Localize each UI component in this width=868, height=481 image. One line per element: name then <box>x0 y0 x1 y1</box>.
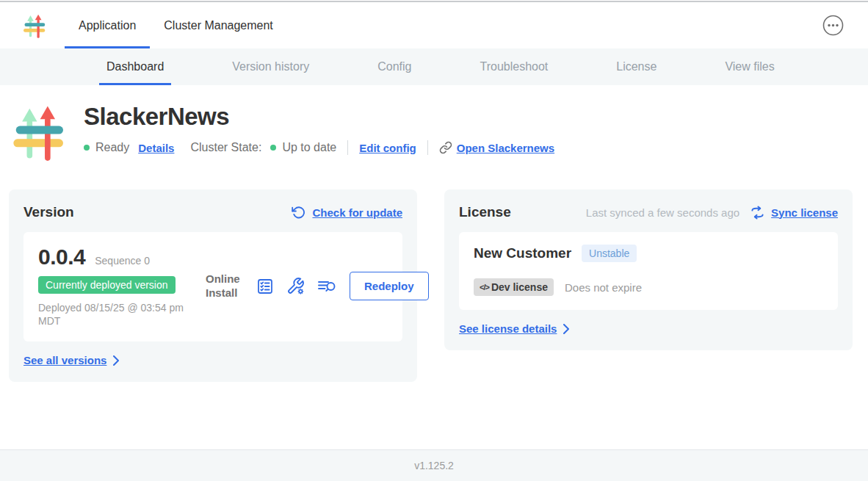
redeploy-button[interactable]: Redeploy <box>350 272 429 300</box>
ellipsis-circle-icon <box>822 15 844 36</box>
edit-config-button[interactable] <box>286 277 305 295</box>
app-status-text: Ready <box>95 141 129 154</box>
open-app-link[interactable]: Open Slackernews <box>439 141 554 154</box>
version-number: 0.0.4 <box>38 245 85 270</box>
open-app-link-label: Open Slackernews <box>457 142 554 154</box>
license-type-row: </> Dev license Does not expire <box>474 278 823 296</box>
subnav-license[interactable]: License <box>609 48 664 85</box>
license-card-title: License <box>459 204 511 220</box>
license-expiration: Does not expire <box>565 281 642 294</box>
admin-console-page: Application Cluster Management Dashboard… <box>0 0 868 481</box>
refresh-icon <box>292 206 305 220</box>
subnav-dashboard[interactable]: Dashboard <box>99 48 171 85</box>
current-version-panel: 0.0.4 Sequence 0 Currently deployed vers… <box>23 232 402 341</box>
install-type-label: Online Install <box>206 272 244 300</box>
subnav-config-label: Config <box>377 60 411 73</box>
see-all-versions-link[interactable]: See all versions <box>23 354 119 366</box>
view-logs-button[interactable] <box>317 278 337 294</box>
edit-config-link[interactable]: Edit config <box>359 142 416 154</box>
cluster-state-dot <box>270 145 276 151</box>
license-card-actions: Last synced a few seconds ago Syn <box>586 206 838 220</box>
version-card-title: Version <box>23 204 74 220</box>
preflight-checks-button[interactable] <box>256 278 274 295</box>
version-card-header: Version Check for update <box>23 204 402 220</box>
sync-license-label: Sync license <box>771 206 838 219</box>
subnav-troubleshoot[interactable]: Troubleshoot <box>472 48 555 85</box>
version-sequence: Sequence 0 <box>95 255 150 267</box>
check-for-update-label: Check for update <box>312 206 402 219</box>
license-card-header: License Last synced a few seconds ago <box>459 204 838 220</box>
title-and-status: SlackerNews Ready Details Cluster State:… <box>84 98 554 164</box>
customer-name: New Customer <box>474 245 571 261</box>
chevron-right-icon <box>563 324 569 334</box>
app-title-block: SlackerNews Ready Details Cluster State:… <box>10 98 868 164</box>
code-brackets-icon: </> <box>480 283 489 292</box>
version-number-row: 0.0.4 Sequence 0 <box>38 245 206 270</box>
top-navbar: Application Cluster Management <box>0 2 868 48</box>
divider <box>347 140 348 155</box>
version-card: Version Check for update <box>9 189 417 382</box>
tab-application[interactable]: Application <box>65 2 150 48</box>
check-for-update-link[interactable]: Check for update <box>292 206 402 220</box>
footer: v1.125.2 <box>0 449 868 481</box>
dashboard-cards: Version Check for update <box>0 189 868 382</box>
see-license-details-link[interactable]: See license details <box>459 322 569 335</box>
sync-arrows-icon <box>751 206 764 220</box>
subnav-config[interactable]: Config <box>370 48 419 85</box>
subnav-troubleshoot-label: Troubleshoot <box>480 60 548 73</box>
app-logo <box>10 100 68 164</box>
deployed-timestamp: Deployed 08/15/25 @ 03:54 pm MDT <box>38 301 197 328</box>
version-action-icons <box>256 277 337 295</box>
app-subnav: Dashboard Version history Config Trouble… <box>0 48 868 85</box>
wrench-gear-icon <box>286 277 305 295</box>
cluster-state-text: Up to date <box>282 141 336 154</box>
chain-link-icon <box>439 141 452 154</box>
see-all-versions-label: See all versions <box>23 354 106 366</box>
overflow-menu-button[interactable] <box>822 15 844 36</box>
tab-application-label: Application <box>79 19 136 32</box>
current-version-info: 0.0.4 Sequence 0 Currently deployed vers… <box>38 245 206 328</box>
license-details-panel: New Customer Unstable </> Dev license Do… <box>459 232 838 310</box>
primary-tabs: Application Cluster Management <box>65 2 287 48</box>
version-card-actions: Check for update <box>292 206 402 220</box>
subnav-view-files-label: View files <box>725 60 774 73</box>
tab-cluster-management[interactable]: Cluster Management <box>150 2 287 48</box>
license-card: License Last synced a few seconds ago <box>444 189 853 350</box>
chevron-right-icon <box>113 355 119 366</box>
sync-license-link[interactable]: Sync license <box>751 206 838 220</box>
console-version: v1.125.2 <box>414 460 454 471</box>
subnav-version-history[interactable]: Version history <box>225 48 317 85</box>
customer-row: New Customer Unstable <box>474 245 823 262</box>
deployed-badge: Currently deployed version <box>38 276 176 294</box>
app-logo-small-icon <box>22 12 47 40</box>
channel-badge: Unstable <box>582 245 637 262</box>
lines-magnifier-icon <box>317 278 337 294</box>
version-actions: Online Install <box>206 245 429 328</box>
cluster-state-label: Cluster State: <box>190 141 261 154</box>
status-details-link[interactable]: Details <box>138 142 174 154</box>
dashboard-main: SlackerNews Ready Details Cluster State:… <box>0 98 868 382</box>
see-license-details-label: See license details <box>459 322 557 335</box>
subnav-version-history-label: Version history <box>232 60 309 73</box>
subnav-dashboard-label: Dashboard <box>106 60 164 73</box>
tab-cluster-management-label: Cluster Management <box>164 19 273 32</box>
divider <box>427 140 428 155</box>
checklist-icon <box>256 278 274 295</box>
last-synced-text: Last synced a few seconds ago <box>586 206 739 219</box>
subnav-license-label: License <box>616 60 657 73</box>
license-type-badge: </> Dev license <box>474 278 554 296</box>
page-title: SlackerNews <box>84 103 554 131</box>
subnav-view-files[interactable]: View files <box>717 48 781 85</box>
app-status-dot <box>84 145 90 151</box>
app-status-row: Ready Details Cluster State: Up to date … <box>84 140 554 155</box>
license-type-label: Dev license <box>491 281 548 293</box>
